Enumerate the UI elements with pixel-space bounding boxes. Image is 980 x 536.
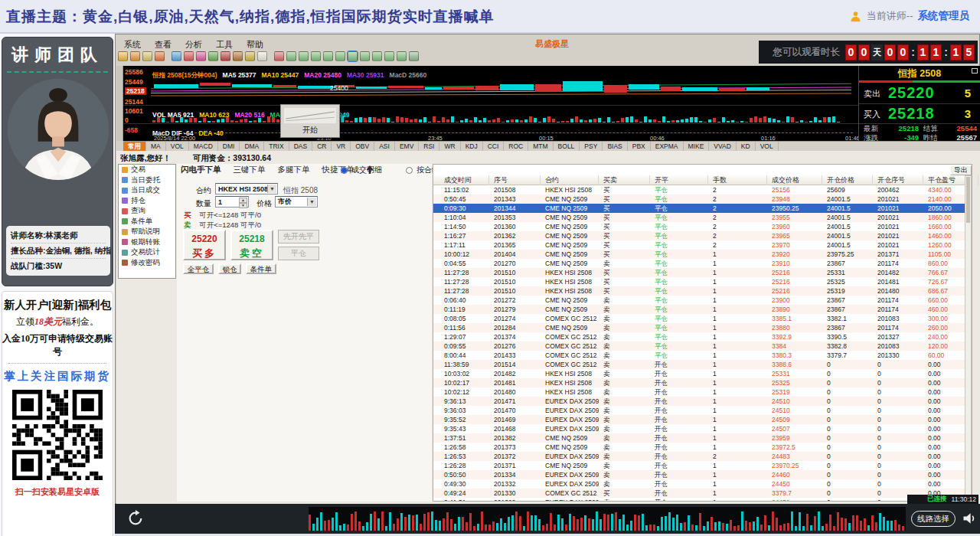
table-row[interactable]: 1:10:04201353CME NQ 2509买平仓22395524001.5… [433, 213, 972, 222]
table-row[interactable]: 0:11:19201279CME NQ 2509卖平仓1238902386720… [433, 305, 972, 314]
table-row[interactable]: 1:14:50201360CME NQ 2509买平仓22396024001.5… [433, 222, 972, 231]
tree-item-当日委托[interactable]: 当日委托 [119, 175, 175, 186]
indicator-tab-DAS[interactable]: DAS [289, 142, 312, 151]
toolbar-icon-6[interactable] [184, 51, 194, 61]
table-row[interactable]: 1:29:07201374COMEX GC 2512卖平仓13392.93390… [433, 332, 972, 342]
toolbar-icon-17[interactable] [323, 51, 333, 61]
toolbar-icon-1[interactable] [118, 51, 128, 61]
indicator-tab-VVAD[interactable]: VVAD [709, 142, 737, 151]
table-row[interactable]: 0:50:45201343CME NQ 2509买平仓22394824001.5… [433, 194, 972, 204]
close-all-button[interactable]: 全平仓 [183, 263, 214, 274]
table-row[interactable]: 0:49:30201332EUREX DAX 2509卖开仓124450000.… [433, 479, 972, 489]
column-header-开仓序号[interactable]: 开仓序号 [876, 175, 923, 185]
indicator-tab-VR[interactable]: VR [332, 142, 351, 151]
toolbar-icon-8[interactable] [208, 51, 218, 61]
toolbar-icon-4[interactable] [155, 51, 165, 61]
toolbar-icon-20[interactable] [360, 51, 370, 61]
indicator-tab-常用[interactable]: 常用 [123, 142, 146, 151]
column-header-序号[interactable]: 序号 [492, 175, 541, 185]
indicator-tab-OBV[interactable]: OBV [351, 142, 374, 151]
table-row[interactable]: 0:06:40201272CME NQ 2509卖平仓1239002386720… [433, 296, 972, 305]
toolbar-icon-11[interactable] [245, 51, 255, 61]
table-row[interactable]: 11:27:28201510HKEX HSI 2508买平仓1252162532… [433, 277, 972, 286]
quantity-stepper[interactable]: 1 ▲▼ [215, 196, 249, 208]
column-header-合约[interactable]: 合约 [544, 175, 599, 185]
tree-item-帮助说明[interactable]: 帮助说明 [119, 227, 175, 237]
contract-select[interactable]: HKEX HSI 2508 ▼ [215, 183, 278, 194]
indicator-tab-MIKE[interactable]: MIKE [684, 142, 710, 151]
indicator-tab-MTM[interactable]: MTM [528, 142, 553, 151]
toolbar-icon-9[interactable] [220, 51, 230, 61]
speaker-icon[interactable] [962, 511, 977, 526]
refresh-icon[interactable] [127, 510, 144, 527]
indicator-tab-BOLL[interactable]: BOLL [554, 142, 580, 151]
buy-long-button[interactable]: 25220 买多 [183, 230, 226, 260]
toolbar-icon-24[interactable] [409, 51, 419, 61]
indicator-tab-MACD[interactable]: MACD [189, 142, 218, 151]
indicator-tab-CCI[interactable]: CCI [483, 142, 505, 151]
close-position-button[interactable]: 平仓 [278, 247, 319, 260]
indicator-tab-CR[interactable]: CR [312, 142, 332, 151]
indicator-tab-DMI[interactable]: DMI [218, 142, 240, 151]
indicator-tab-PBX[interactable]: PBX [628, 142, 651, 151]
toolbar-icon-16[interactable] [311, 51, 321, 61]
toolbar-icon-2[interactable] [130, 51, 140, 61]
export-button[interactable]: 导出 [950, 165, 972, 175]
table-row[interactable]: 11:27:28201510HKEX HSI 2508买平仓1252162533… [433, 268, 972, 277]
toolbar-icon-15[interactable] [299, 51, 309, 61]
table-row[interactable]: 10:03:02201482HKEX HSI 2508卖开仓125331000.… [433, 369, 972, 378]
indicator-tab-EXPMA[interactable]: EXPMA [651, 142, 684, 151]
chevron-down-icon[interactable]: ▼ [267, 185, 276, 193]
toolbar-icon-18[interactable] [335, 51, 345, 61]
indicator-tab-MA[interactable]: MA [146, 142, 166, 151]
indicator-tab-EMV[interactable]: EMV [395, 142, 419, 151]
window-icon[interactable] [972, 68, 978, 74]
column-header-开仓价格[interactable]: 开仓价格 [825, 175, 873, 185]
column-header-开平[interactable]: 开平 [653, 175, 708, 185]
tree-item-持仓[interactable]: 持仓 [119, 196, 175, 207]
indicator-tab-TRIX[interactable]: TRIX [264, 142, 289, 151]
toolbar-icon-5[interactable] [172, 51, 181, 61]
indicator-tab-RSI[interactable]: RSI [419, 142, 439, 151]
table-row[interactable]: 1:37:51201382CME NQ 2509卖开仓123959000.001… [433, 433, 972, 443]
tree-item-当日成交[interactable]: 当日成交 [119, 185, 175, 196]
toolbar-icon-7[interactable] [196, 51, 206, 61]
toolbar-icon-19[interactable] [348, 51, 358, 61]
tree-item-交易统计[interactable]: 交易统计 [119, 247, 175, 258]
table-row[interactable]: 10:00:12201404CME NQ 2509买平仓12392023975.… [433, 250, 972, 259]
table-row[interactable]: 1:26:28201371CME NQ 2509卖开仓123970.25000.… [433, 461, 972, 470]
indicator-tab-VOL[interactable]: VOL [756, 142, 779, 151]
column-header-成交价格[interactable]: 成交价格 [770, 175, 822, 185]
toolbar-icon-22[interactable] [384, 51, 394, 61]
toolbar-icon-23[interactable] [397, 51, 407, 61]
table-row[interactable]: 9:36:03201470EUREX DAX 2509卖开仓124510000.… [433, 406, 972, 415]
open-close-mode-button[interactable]: 先开先平 [278, 230, 319, 243]
table-row[interactable]: 11:27:28201510HKEX HSI 2508买平仓1252162531… [433, 286, 972, 296]
column-header-成交时间[interactable]: 成交时间 [443, 175, 489, 185]
toolbar-icon-3[interactable] [142, 51, 152, 61]
table-row[interactable]: 1:26:58201373CME NQ 2509卖开仓123972.5000.0… [433, 443, 972, 452]
table-row[interactable]: 11:15:02201508HKEX HSI 2508买平仓2251562560… [433, 185, 972, 194]
line-select-button[interactable]: 线路选择 [911, 511, 956, 527]
table-row[interactable]: 10:02:12201480HKEX HSI 2508卖开仓125319000.… [433, 387, 972, 397]
table-row[interactable]: 9:35:52201469EUREX DAX 2509卖开仓124509000.… [433, 415, 972, 424]
table-scrollbar[interactable] [965, 175, 972, 500]
indicator-tab-KDJ[interactable]: KDJ [461, 142, 483, 151]
tree-item-银期转账[interactable]: 银期转账 [119, 237, 175, 248]
indicator-tab-BIAS[interactable]: BIAS [603, 142, 627, 151]
chevron-down-icon[interactable]: ▼ [307, 198, 316, 206]
tree-item-交易[interactable]: 交易 [119, 165, 175, 175]
radio-trade-detail[interactable] [341, 167, 348, 174]
table-row[interactable]: 0:04:55201270CME NQ 2509卖平仓1239102386720… [433, 259, 972, 268]
radio-contract-summary[interactable] [406, 167, 413, 174]
spinner-arrows[interactable]: ▲▼ [239, 198, 247, 206]
order-tab-多腿下单[interactable]: 多腿下单 [278, 165, 310, 175]
table-row[interactable]: 1:16:27201362CME NQ 2509买平仓22396524001.5… [433, 231, 972, 240]
column-header-手数[interactable]: 手数 [711, 175, 767, 185]
conditional-order-button[interactable]: 条件单 [246, 263, 276, 274]
table-row[interactable]: 0:49:24201330COMEX GC 2512买开仓13379.7000.… [433, 489, 972, 498]
table-row[interactable]: 11:38:59201514COMEX GC 2512卖开仓13388.6000… [433, 360, 972, 369]
table-row[interactable]: 0:08:05201274COMEX GC 2512卖平仓13385.13382… [433, 314, 972, 323]
table-row[interactable]: 9:35:43201468EUREX DAX 2509卖开仓124507000.… [433, 424, 972, 433]
indicator-tab-VOL[interactable]: VOL [166, 142, 189, 151]
